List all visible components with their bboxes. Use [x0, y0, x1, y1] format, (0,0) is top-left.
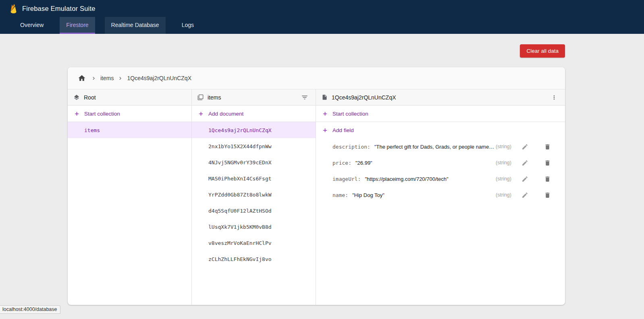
app-bar: Firebase Emulator Suite [0, 0, 644, 17]
document-row[interactable]: MAS0iPhebXnI4Cs6Fsgt [192, 170, 316, 186]
tab-overview[interactable]: Overview [14, 17, 50, 34]
field-row-name: name: "Hip Dog Toy" (string) [316, 187, 565, 203]
tab-realtime-database[interactable]: Realtime Database [105, 17, 166, 34]
plus-icon: + [75, 110, 79, 118]
document-row[interactable]: lUsqXk7V1jkb5KM0vB8d [192, 219, 316, 235]
collection-icon [197, 94, 204, 100]
chevron-right-icon [117, 75, 123, 81]
delete-icon[interactable] [542, 157, 553, 168]
field-value: "The perfect gift for Dads, Grads, or pe… [374, 144, 496, 150]
collection-panel: items + Add document 1Qce4s9aj2rQLnUnCZq… [192, 89, 316, 305]
start-collection-label: Start collection [84, 111, 120, 117]
plus-icon: + [323, 126, 327, 134]
document-row[interactable]: 4NJvj5NGMv0rY39cEDnX [192, 154, 316, 170]
panels: Root + Start collection items items + [68, 89, 565, 305]
root-panel-header: Root [68, 89, 191, 106]
field-name: description: [332, 144, 370, 150]
tab-firestore[interactable]: Firestore [60, 17, 95, 34]
filter-icon[interactable] [299, 92, 310, 103]
root-icon [73, 94, 80, 101]
doc-start-collection-button[interactable]: + Start collection [316, 106, 565, 122]
edit-icon[interactable] [519, 174, 530, 184]
delete-icon[interactable] [542, 190, 553, 200]
app-title: Firebase Emulator Suite [22, 5, 96, 12]
delete-icon[interactable] [542, 174, 553, 184]
add-document-label: Add document [208, 111, 243, 117]
field-value: "26.99" [355, 160, 372, 166]
document-panel: 1Qce4s9aj2rQLnUnCZqX + Start collection … [316, 89, 565, 305]
field-type: (string) [496, 176, 511, 182]
field-value: "https://placeimg.com/720/700/tech" [365, 176, 448, 182]
root-panel-title: Root [84, 94, 96, 101]
clear-all-data-button[interactable]: Clear all data [520, 44, 565, 58]
doc-start-collection-label: Start collection [332, 111, 368, 117]
plus-icon: + [199, 110, 203, 118]
delete-icon[interactable] [542, 141, 553, 152]
status-bubble: localhost:4000/database [0, 305, 60, 314]
field-row-imageurl: imageUrl: "https://placeimg.com/720/700/… [316, 171, 565, 187]
field-type: (string) [496, 160, 511, 166]
toolbar: Clear all data [0, 34, 644, 58]
field-value: "Hip Dog Toy" [352, 192, 384, 198]
field-name: imageUrl: [332, 176, 361, 182]
collection-row-items[interactable]: items [68, 122, 191, 138]
breadcrumb-collection[interactable]: items [100, 75, 114, 81]
document-row[interactable]: zCLhZhLLFhEkNGvIj8vo [192, 251, 316, 267]
document-row[interactable]: 1Qce4s9aj2rQLnUnCZqX [192, 122, 316, 138]
document-panel-title: 1Qce4s9aj2rQLnUnCZqX [332, 94, 396, 101]
field-name: name: [332, 192, 348, 198]
add-document-button[interactable]: + Add document [192, 106, 316, 122]
field-type: (string) [496, 192, 511, 198]
app-header: Firebase Emulator Suite Overview Firesto… [0, 0, 644, 34]
document-panel-header: 1Qce4s9aj2rQLnUnCZqX [316, 89, 565, 106]
tab-logs[interactable]: Logs [175, 17, 200, 34]
more-vert-icon[interactable] [549, 92, 559, 103]
firestore-card: items 1Qce4s9aj2rQLnUnCZqX Root + Start … [68, 67, 565, 305]
add-field-label: Add field [332, 127, 354, 133]
field-row-price: price: "26.99" (string) [316, 155, 565, 171]
document-row[interactable]: d4q5SqfU0F12lAZtHSOd [192, 203, 316, 219]
breadcrumb-document[interactable]: 1Qce4s9aj2rQLnUnCZqX [127, 75, 191, 81]
document-icon [322, 94, 328, 100]
edit-icon[interactable] [519, 141, 530, 152]
edit-icon[interactable] [519, 190, 530, 200]
document-row[interactable]: YrPZdd0Gb87Zt8o8lwkW [192, 186, 316, 203]
collection-panel-header: items [192, 89, 316, 106]
plus-icon: + [323, 110, 327, 118]
edit-icon[interactable] [519, 157, 530, 168]
breadcrumb: items 1Qce4s9aj2rQLnUnCZqX [68, 67, 565, 89]
start-collection-button[interactable]: + Start collection [68, 106, 191, 122]
root-panel: Root + Start collection items [68, 89, 192, 305]
field-row-description: description: "The perfect gift for Dads,… [316, 139, 565, 155]
collection-panel-title: items [208, 94, 221, 101]
home-icon[interactable] [77, 73, 87, 83]
firebase-logo-icon [10, 4, 17, 14]
tab-bar: Overview Firestore Realtime Database Log… [0, 17, 644, 34]
document-row[interactable]: 2nx1bYo15X2X44dfpnWw [192, 138, 316, 154]
add-field-button[interactable]: + Add field [316, 122, 565, 139]
field-type: (string) [496, 144, 511, 149]
chevron-right-icon [91, 75, 97, 81]
document-row[interactable]: v8veszMrVoKaEnrHClPv [192, 235, 316, 251]
field-name: price: [332, 160, 351, 166]
